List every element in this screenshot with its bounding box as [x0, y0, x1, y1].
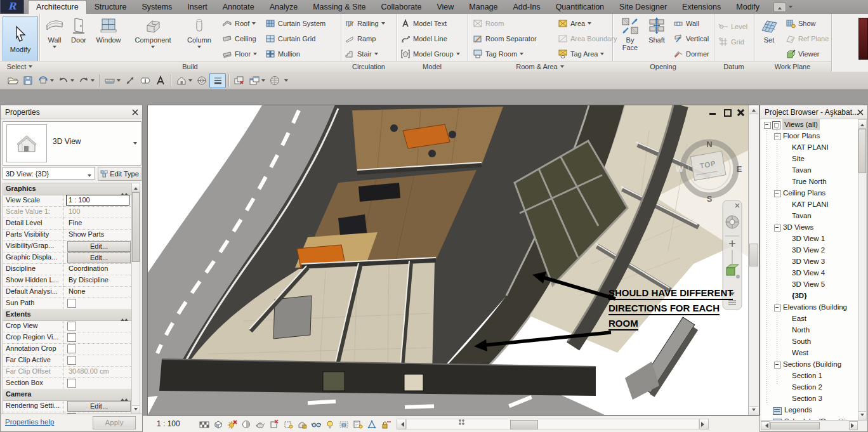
- tree-item-section-1[interactable]: Section 1: [761, 370, 858, 382]
- tree-item-north[interactable]: North: [761, 325, 858, 336]
- scrollbar-track[interactable]: [406, 419, 699, 429]
- shadows-icon[interactable]: [240, 419, 252, 430]
- prop-show-hidden-lines[interactable]: Show Hidden L...By Discipline: [3, 275, 132, 287]
- scroll-down-button[interactable]: [749, 406, 758, 415]
- tree-item-3d-view-2[interactable]: 3D View 2: [761, 245, 858, 256]
- tab-extensions[interactable]: Extensions: [674, 0, 728, 14]
- column-button[interactable]: Column: [180, 15, 218, 62]
- tree-item-south[interactable]: South: [761, 336, 858, 348]
- component-button[interactable]: Component: [128, 15, 178, 62]
- section-extents[interactable]: Extents: [3, 309, 132, 321]
- rendering-settings-edit-button[interactable]: Edit...: [67, 401, 131, 412]
- close-hidden-windows-button[interactable]: [232, 74, 247, 88]
- visibility-edit-button[interactable]: Edit...: [67, 241, 131, 252]
- model-text-button[interactable]: Model Text: [399, 16, 465, 30]
- reveal-hidden-elements-icon[interactable]: [324, 419, 336, 430]
- close-icon[interactable]: [737, 108, 745, 116]
- model-group-button[interactable]: Model Group: [399, 46, 465, 61]
- select-panel-footer[interactable]: Select: [0, 61, 39, 72]
- ramp-button[interactable]: Ramp: [343, 31, 394, 46]
- tree-item-true-north[interactable]: True North: [761, 176, 858, 188]
- aligned-dimension-button[interactable]: [122, 74, 138, 88]
- ceiling-button[interactable]: Ceiling: [221, 31, 263, 46]
- viewcube-north[interactable]: N: [706, 140, 712, 149]
- prop-parts-visibility[interactable]: Parts VisibilityShow Parts: [3, 229, 132, 241]
- close-icon[interactable]: [132, 109, 138, 115]
- crop-view-icon[interactable]: [268, 419, 280, 430]
- scroll-up-button[interactable]: [132, 183, 140, 192]
- tree-item-elevations[interactable]: Elevations (Building: [761, 302, 858, 313]
- properties-help-link[interactable]: Properties help: [5, 418, 54, 426]
- railing-button[interactable]: Railing: [343, 16, 394, 30]
- level-button[interactable]: Level: [717, 19, 751, 34]
- tab-add-ins[interactable]: Add-Ins: [506, 0, 548, 14]
- browser-horizontal-scrollbar[interactable]: [761, 420, 858, 431]
- tree-item-sections[interactable]: Sections (Building: [761, 359, 858, 370]
- show-work-plane-button[interactable]: Show: [784, 16, 830, 30]
- section-graphics[interactable]: Graphics: [3, 183, 132, 195]
- opening-wall-button[interactable]: Wall: [672, 16, 711, 30]
- tree-item-3d-view-4[interactable]: 3D View 4: [761, 268, 858, 279]
- tab-architecture[interactable]: Architecture: [28, 0, 87, 14]
- tree-item-views-all[interactable]: Views (all): [761, 119, 858, 131]
- wall-button[interactable]: Wall: [43, 15, 66, 62]
- ref-plane-button[interactable]: Ref Plane: [784, 31, 830, 46]
- properties-scrollbar-thumb[interactable]: [132, 192, 140, 262]
- steering-wheel-icon[interactable]: [726, 216, 739, 228]
- visual-style-icon[interactable]: [213, 419, 224, 430]
- ribbon-display-toggle[interactable]: [773, 0, 792, 14]
- tree-item-legends[interactable]: Legends: [761, 405, 858, 416]
- browser-vertical-scrollbar[interactable]: [858, 119, 867, 421]
- tab-annotate[interactable]: Annotate: [215, 0, 262, 14]
- undo-button[interactable]: [56, 74, 76, 88]
- graphic-display-edit-button[interactable]: Edit...: [67, 252, 131, 263]
- curtain-grid-button[interactable]: Curtain Grid: [264, 31, 339, 46]
- opening-dormer-button[interactable]: Dormer: [672, 46, 711, 61]
- tag-room-button[interactable]: Tag Room: [471, 46, 553, 61]
- 3d-view-canvas[interactable]: N W E S TOP: [148, 105, 749, 415]
- scroll-left-button[interactable]: [397, 419, 406, 429]
- tab-insert[interactable]: Insert: [180, 0, 214, 14]
- tab-structure[interactable]: Structure: [87, 0, 135, 14]
- tree-item-3d-default[interactable]: {3D}: [761, 291, 858, 302]
- set-work-plane-button[interactable]: Set: [758, 15, 780, 62]
- minimize-icon[interactable]: [709, 108, 717, 116]
- scroll-up-button[interactable]: [749, 105, 758, 114]
- save-button[interactable]: [20, 74, 36, 88]
- opening-vertical-button[interactable]: Vertical: [672, 31, 711, 46]
- tab-view[interactable]: View: [429, 0, 461, 14]
- analytical-model-icon[interactable]: [366, 419, 378, 430]
- tab-modify[interactable]: Modify: [728, 0, 767, 14]
- annotation-crop-checkbox[interactable]: [67, 344, 76, 353]
- edit-type-button[interactable]: Edit Type: [98, 167, 141, 181]
- sun-path-checkbox[interactable]: [67, 299, 76, 308]
- render-button[interactable]: [267, 74, 282, 88]
- application-menu-button[interactable]: R: [0, 0, 24, 14]
- mullion-button[interactable]: Mullion: [264, 46, 339, 61]
- room-button[interactable]: Room: [471, 16, 553, 30]
- 3d-view-window[interactable]: N W E S TOP: [147, 105, 760, 416]
- synchronize-button[interactable]: [36, 74, 56, 88]
- area-boundary-button[interactable]: Area Boundary: [556, 31, 611, 46]
- section-button[interactable]: [194, 74, 209, 88]
- measure-button[interactable]: [102, 74, 122, 88]
- detail-level-icon[interactable]: [199, 419, 210, 430]
- scroll-down-button[interactable]: [132, 405, 140, 414]
- view-scale-input[interactable]: 1 : 100: [66, 195, 129, 206]
- floor-button[interactable]: Floor: [221, 46, 263, 61]
- tree-item-3d-view-1[interactable]: 3D View 1: [761, 233, 858, 245]
- scale-control[interactable]: 1 : 100: [157, 419, 180, 428]
- prop-discipline[interactable]: DisciplineCoordination: [3, 263, 132, 275]
- instance-selector[interactable]: 3D View: {3D}: [3, 167, 95, 180]
- tree-item-site[interactable]: Site: [761, 154, 858, 165]
- room-area-panel-footer[interactable]: Room & Area: [468, 61, 612, 72]
- viewcube-south[interactable]: S: [707, 194, 713, 204]
- tree-item-ceiling-plans[interactable]: Ceiling Plans: [761, 188, 858, 199]
- door-button[interactable]: Door: [67, 15, 90, 62]
- crop-region-icon[interactable]: [282, 419, 294, 430]
- roof-button[interactable]: Roof: [221, 16, 263, 30]
- scroll-down-button[interactable]: [858, 411, 866, 420]
- prop-view-scale[interactable]: View Scale1 : 100: [3, 195, 132, 207]
- tree-item-section-3[interactable]: Section 3: [761, 393, 858, 405]
- tree-item-east[interactable]: East: [761, 313, 858, 325]
